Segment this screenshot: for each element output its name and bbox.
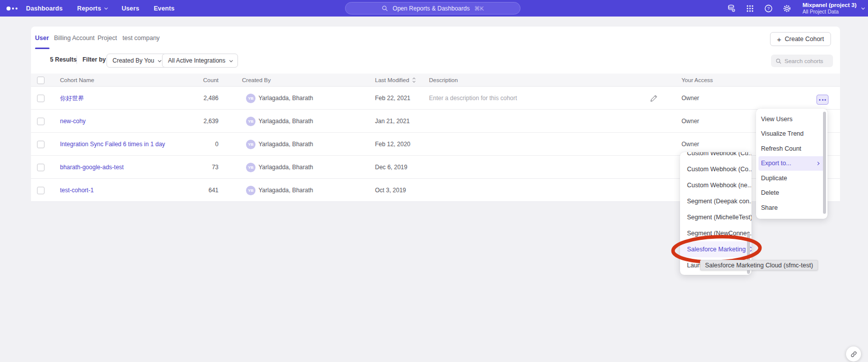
menu-item-delete[interactable]: Delete [756,186,828,201]
svg-text:?: ? [768,6,770,11]
last-modified-date: Feb 12, 2020 [375,133,410,156]
created-by-filter-dropdown[interactable]: Created By You [106,54,166,68]
access-level: Owner [682,87,699,110]
chevron-right-icon [816,162,820,165]
mixpanel-logo-icon[interactable] [6,0,18,17]
nav-label: Users [122,5,139,12]
cohort-name-link[interactable]: test-cohort-1 [60,179,94,202]
created-by-name: Yarlagadda, Bharath [258,133,313,156]
context-menu-scrollbar[interactable] [823,112,826,214]
row-actions-button[interactable] [816,95,828,105]
export-destinations-list: Custom Webhook (Cu... Custom Webhook (Co… [680,152,752,273]
column-header-your-access: Your Access [682,74,713,87]
apps-grid-icon[interactable] [745,4,755,14]
column-header-created-by: Created By [242,74,271,87]
menu-item-view-users[interactable]: View Users [756,112,828,127]
tab-billing-account[interactable]: Billing Account [54,27,94,49]
cohort-count: 2,486 [181,87,218,110]
table-header: Cohort Name Count Created By Last Modifi… [31,74,840,87]
chevron-down-icon [229,59,232,62]
table-row: 你好世界 2,486 YB Yarlagadda, Bharath Feb 22… [31,87,840,110]
link-icon [850,350,858,358]
column-header-count: Count [181,74,218,87]
help-icon[interactable]: ? [764,4,774,14]
tab-test-company[interactable]: test company [122,27,160,49]
tab-label: Billing Account [54,35,94,42]
global-search-placeholder: Open Reports & Dashboards [392,5,470,12]
tab-label: test company [122,35,160,42]
nav-label: Dashboards [26,5,62,12]
tab-project[interactable]: Project [98,27,117,49]
settings-gear-icon[interactable] [782,4,792,14]
export-item-segment-2[interactable]: Segment (MichelleTest) [680,209,752,225]
cohort-count: 73 [181,156,218,179]
filter-label: All Active Integrations [168,57,226,64]
nav-item-reports[interactable]: Reports [77,5,107,12]
menu-item-share[interactable]: Share [756,200,828,215]
create-cohort-button[interactable]: + Create Cohort [770,32,831,46]
menu-item-export-to[interactable]: Export to... [758,156,825,171]
avatar: YB [246,117,256,126]
nav-item-events[interactable]: Events [154,5,174,12]
create-cohort-label: Create Cohort [784,36,824,43]
created-by-name: Yarlagadda, Bharath [258,110,313,133]
keyboard-shortcut-badge: ⌘K [474,5,484,12]
nav-right-cluster: ? Mixpanel (project 3) All Project Data [726,0,864,17]
menu-item-refresh-count[interactable]: Refresh Count [756,141,828,156]
cohort-name-link[interactable]: Integration Sync Failed 6 times in 1 day [60,133,165,156]
row-checkbox[interactable] [37,95,44,102]
nav-label: Reports [77,5,101,12]
column-header-last-modified[interactable]: Last Modified [375,74,416,87]
global-search-bar[interactable]: Open Reports & Dashboards ⌘K [345,2,520,15]
chevron-down-icon [104,6,108,10]
tooltip-text: Salesforce Marketing Cloud (sfmc-test) [705,262,813,269]
project-name: Mixpanel (project 3) [802,2,856,9]
search-cohorts-input[interactable]: Search cohorts [771,55,833,67]
last-modified-date: Jan 21, 2021 [375,110,410,133]
filter-label: Created By You [112,57,154,64]
export-item-custom-webhook-2[interactable]: Custom Webhook (Co... [680,161,752,177]
project-switcher[interactable]: Mixpanel (project 3) All Project Data [802,2,864,16]
row-checkbox[interactable] [37,164,44,171]
tooltip: Salesforce Marketing Cloud (sfmc-test) [700,260,818,270]
nav-item-users[interactable]: Users [122,5,139,12]
toolbar-divider [76,56,77,64]
export-item-segment-3[interactable]: Segment (NewConnec... [680,225,752,241]
export-item-salesforce-marketing-cloud[interactable]: Salesforce Marketing C... [680,241,752,257]
search-icon [776,58,782,64]
description-placeholder[interactable]: Enter a description for this cohort [429,87,517,110]
export-item-custom-webhook-1[interactable]: Custom Webhook (Cu... [680,152,752,161]
row-checkbox[interactable] [37,141,44,148]
menu-item-duplicate[interactable]: Duplicate [756,171,828,186]
menu-item-visualize-trend[interactable]: Visualize Trend [756,127,828,142]
select-all-checkbox[interactable] [37,77,44,84]
created-by-name: Yarlagadda, Bharath [258,156,313,179]
table-row: new-cohy 2,639 YB Yarlagadda, Bharath Ja… [31,110,840,133]
cohort-context-menu: View Users Visualize Trend Refresh Count… [756,109,828,219]
cohort-count: 641 [181,179,218,202]
plus-icon: + [777,36,782,43]
column-header-description: Description [429,74,458,87]
export-item-segment-1[interactable]: Segment (Deepak con... [680,193,752,209]
cohort-name-link[interactable]: 你好世界 [60,87,84,110]
search-cohorts-placeholder: Search cohorts [784,58,823,64]
nav-item-dashboards[interactable]: Dashboards [26,5,62,12]
row-checkbox[interactable] [37,187,44,194]
sort-icon [412,77,416,83]
cohort-name-link[interactable]: bharath-google-ads-test [60,156,124,179]
row-checkbox[interactable] [37,118,44,125]
avatar: YB [246,186,256,195]
edit-description-button[interactable] [650,87,658,110]
cohort-name-link[interactable]: new-cohy [60,110,86,133]
tab-user[interactable]: User [35,27,49,49]
copy-link-button[interactable] [846,346,861,361]
last-modified-date: Feb 22, 2021 [375,87,410,110]
export-item-custom-webhook-3[interactable]: Custom Webhook (ne... [680,177,752,193]
data-management-icon[interactable] [726,4,736,14]
primary-nav: Dashboards Reports Users Events [26,0,174,17]
integrations-filter-dropdown[interactable]: All Active Integrations [162,54,238,68]
last-modified-date: Oct 3, 2019 [375,179,406,202]
column-label: Last Modified [375,77,409,83]
filter-toolbar: 5 Results Filter by Created By You All A… [31,49,840,72]
results-count: 5 Results [50,56,76,63]
